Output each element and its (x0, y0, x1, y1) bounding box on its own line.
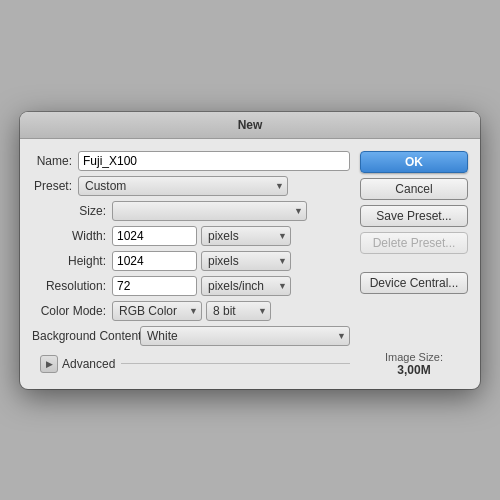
colormode-label: Color Mode: (32, 304, 112, 318)
preset-row: Preset: Custom Default Photoshop Size Le… (32, 176, 350, 196)
colormode-select-wrapper: Bitmap Grayscale RGB Color CMYK Color La… (112, 301, 202, 321)
colormode-row: Color Mode: Bitmap Grayscale RGB Color C… (32, 301, 350, 321)
cancel-button[interactable]: Cancel (360, 178, 468, 200)
name-row: Name: (32, 151, 350, 171)
image-size-label: Image Size: (360, 351, 468, 363)
dialog-title-bar: New (20, 112, 480, 139)
width-unit-wrapper: pixels inches cm mm ▼ (201, 226, 291, 246)
size-label: Size: (32, 204, 112, 218)
background-select[interactable]: White Background Color Transparent (140, 326, 350, 346)
width-row: Width: pixels inches cm mm ▼ (32, 226, 350, 246)
preset-select[interactable]: Custom Default Photoshop Size Letter Tab… (78, 176, 288, 196)
new-document-dialog: New Name: Preset: Custom Default Photosh… (20, 112, 480, 389)
size-row: Size: ▼ (32, 201, 350, 221)
delete-preset-button[interactable]: Delete Preset... (360, 232, 468, 254)
spacer (360, 259, 468, 267)
background-select-wrapper: White Background Color Transparent ▼ (140, 326, 350, 346)
advanced-label: Advanced (62, 357, 115, 371)
width-input[interactable] (112, 226, 197, 246)
height-input[interactable] (112, 251, 197, 271)
save-preset-button[interactable]: Save Preset... (360, 205, 468, 227)
advanced-toggle-btn[interactable]: ▶ (40, 355, 58, 373)
bitdepth-select[interactable]: 8 bit 16 bit 32 bit (206, 301, 271, 321)
advanced-divider-line (121, 363, 350, 364)
dialog-title: New (238, 118, 263, 132)
advanced-toggle[interactable]: ▶ Advanced (32, 351, 350, 377)
colormode-select[interactable]: Bitmap Grayscale RGB Color CMYK Color La… (112, 301, 202, 321)
background-label: Background Contents: (32, 329, 140, 343)
colormode-group: Bitmap Grayscale RGB Color CMYK Color La… (112, 301, 271, 321)
name-label: Name: (32, 154, 78, 168)
height-unit-wrapper: pixels inches cm mm ▼ (201, 251, 291, 271)
resolution-input[interactable] (112, 276, 197, 296)
name-input[interactable] (78, 151, 350, 171)
bitdepth-select-wrapper: 8 bit 16 bit 32 bit ▼ (206, 301, 271, 321)
image-size-value: 3,00M (360, 363, 468, 377)
height-label: Height: (32, 254, 112, 268)
left-panel: Name: Preset: Custom Default Photoshop S… (32, 151, 350, 377)
resolution-unit-select[interactable]: pixels/inch pixels/cm (201, 276, 291, 296)
resolution-row: Resolution: pixels/inch pixels/cm ▼ (32, 276, 350, 296)
width-label: Width: (32, 229, 112, 243)
height-row: Height: pixels inches cm mm ▼ (32, 251, 350, 271)
device-central-button[interactable]: Device Central... (360, 272, 468, 294)
right-panel: OK Cancel Save Preset... Delete Preset..… (360, 151, 468, 377)
size-select[interactable] (112, 201, 307, 221)
resolution-label: Resolution: (32, 279, 112, 293)
height-unit-select[interactable]: pixels inches cm mm (201, 251, 291, 271)
advanced-toggle-icon: ▶ (46, 359, 53, 369)
image-size-section: Image Size: 3,00M (360, 343, 468, 377)
preset-select-wrapper: Custom Default Photoshop Size Letter Tab… (78, 176, 288, 196)
resolution-unit-wrapper: pixels/inch pixels/cm ▼ (201, 276, 291, 296)
background-row: Background Contents: White Background Co… (32, 326, 350, 346)
ok-button[interactable]: OK (360, 151, 468, 173)
preset-label: Preset: (32, 179, 78, 193)
width-unit-select[interactable]: pixels inches cm mm (201, 226, 291, 246)
size-select-wrapper: ▼ (112, 201, 307, 221)
